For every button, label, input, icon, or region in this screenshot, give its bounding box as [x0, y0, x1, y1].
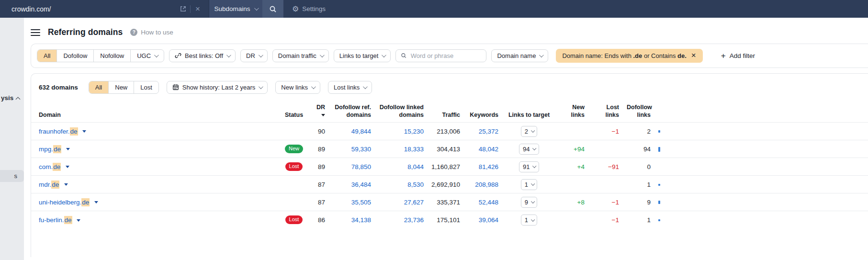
- dr-filter[interactable]: DR: [240, 49, 268, 62]
- links-to-target-select[interactable]: 2: [521, 126, 538, 137]
- dofollow-ref-link[interactable]: 35,505: [351, 199, 371, 206]
- col-links-to-target[interactable]: Links to target: [502, 99, 556, 123]
- target-url-field[interactable]: crowdin.com/ ×: [0, 0, 209, 18]
- links-to-target-filter[interactable]: Links to target: [334, 49, 391, 62]
- keywords-link[interactable]: 39,064: [479, 216, 498, 224]
- tab-all[interactable]: All: [89, 81, 108, 93]
- dofollow-linked-link[interactable]: 27,627: [404, 199, 424, 206]
- domain-dropdown-icon[interactable]: [77, 219, 80, 222]
- domain-traffic-filter[interactable]: Domain traffic: [272, 49, 329, 62]
- lost-links-selector[interactable]: Lost links: [328, 81, 372, 94]
- domain-link[interactable]: mpg.de: [39, 145, 61, 153]
- keywords-link[interactable]: 25,372: [479, 128, 498, 135]
- filters-bar: All Dofollow Nofollow UGC Best links: Of…: [31, 44, 868, 68]
- sidebar-item-fragment[interactable]: s: [0, 170, 24, 182]
- col-new-links[interactable]: New links: [556, 99, 588, 123]
- settings-button[interactable]: ⚙ Settings: [292, 0, 326, 18]
- col-dofollow-linked[interactable]: Dofollow linked domains: [375, 99, 428, 123]
- col-domain[interactable]: Domain: [31, 99, 280, 123]
- domain-cell: fraunhofer.de: [31, 123, 280, 140]
- dofollow-linked-link[interactable]: 23,736: [404, 216, 424, 224]
- links-to-target-select[interactable]: 1: [521, 179, 538, 190]
- domain-link[interactable]: com.de: [39, 163, 61, 171]
- traffic-cell: 213,006: [428, 123, 464, 140]
- status-cell: [280, 176, 308, 193]
- add-filter-button[interactable]: + Add filter: [721, 52, 755, 60]
- active-filter-chip[interactable]: Domain name: Ends with .de or Contains d…: [556, 49, 702, 63]
- search-submit-button[interactable]: [262, 0, 283, 18]
- sort-desc-icon: [321, 114, 325, 116]
- remove-filter-icon[interactable]: ×: [687, 51, 701, 60]
- show-history-selector[interactable]: Show history: Last 2 years: [167, 81, 268, 94]
- domain-link[interactable]: mdr.de: [39, 181, 59, 189]
- domain-dropdown-icon[interactable]: [94, 201, 98, 203]
- col-dofollow-ref[interactable]: Dofollow ref. domains: [329, 99, 375, 123]
- dofollow-ref-link[interactable]: 49,844: [351, 128, 371, 135]
- keywords-link[interactable]: 48,042: [479, 146, 498, 153]
- chevron-down-icon: [531, 200, 535, 203]
- best-links-filter[interactable]: Best links: Off: [169, 49, 236, 62]
- dofollow-linked-link[interactable]: 18,333: [404, 146, 424, 153]
- dofollow-links-bar: [658, 201, 660, 204]
- filter-all[interactable]: All: [37, 50, 56, 62]
- chevron-down-icon: [363, 84, 368, 89]
- keywords-link[interactable]: 52,448: [479, 199, 498, 206]
- dofollow-ref-link[interactable]: 34,138: [351, 216, 371, 224]
- domain-dropdown-icon[interactable]: [66, 148, 70, 150]
- col-dofollow-links[interactable]: Dofollow links: [623, 99, 654, 123]
- open-external-icon[interactable]: [177, 5, 189, 12]
- links-to-target-select[interactable]: 94: [519, 144, 539, 155]
- col-dr[interactable]: DR: [308, 99, 329, 123]
- menu-icon[interactable]: [31, 27, 40, 38]
- word-search-input[interactable]: [411, 52, 482, 59]
- domain-dropdown-icon[interactable]: [64, 183, 68, 186]
- filter-dofollow[interactable]: Dofollow: [56, 50, 93, 62]
- dofollow-linked-link[interactable]: 8,530: [407, 181, 424, 188]
- dofollow-ref-link[interactable]: 78,850: [351, 163, 371, 170]
- table-row: mpg.de New 89 59,330 18,333 304,413 48,0…: [31, 140, 868, 158]
- highlighted-match: de: [51, 181, 59, 189]
- domain-link[interactable]: fraunhofer.de: [39, 127, 78, 136]
- dofollow-links-bar: [658, 130, 660, 133]
- tab-new[interactable]: New: [108, 81, 134, 93]
- dofollow-ref-link[interactable]: 36,484: [351, 181, 371, 188]
- links-to-target-cell: 1: [502, 211, 556, 229]
- links-to-target-select[interactable]: 9: [521, 197, 538, 208]
- settings-label: Settings: [302, 5, 326, 12]
- domain-name-filter[interactable]: Domain name: [491, 49, 548, 62]
- lost-links-cell: −91: [588, 158, 623, 176]
- tab-lost[interactable]: Lost: [134, 81, 158, 93]
- links-to-target-select[interactable]: 91: [519, 161, 539, 172]
- col-traffic[interactable]: Traffic: [428, 99, 464, 123]
- new-links-selector[interactable]: New links: [275, 81, 320, 94]
- status-cell: New: [280, 140, 308, 158]
- dr-cell: 89: [308, 158, 329, 176]
- filter-ugc[interactable]: UGC: [130, 50, 164, 62]
- links-to-target-select[interactable]: 1: [521, 215, 538, 226]
- dofollow-linked-link[interactable]: 8,044: [407, 163, 424, 170]
- dofollow-linked-link[interactable]: 15,230: [404, 128, 424, 135]
- calendar-icon: [172, 84, 179, 90]
- clear-url-icon[interactable]: ×: [192, 4, 204, 14]
- bar-cell: [654, 140, 668, 158]
- domain-link[interactable]: fu-berlin.de: [39, 216, 72, 224]
- dr-cell: 87: [308, 193, 329, 211]
- how-to-use-link[interactable]: ? How to use: [130, 29, 173, 36]
- scope-selector[interactable]: Subdomains: [209, 0, 262, 18]
- domain-cell: uni-heidelberg.de: [31, 193, 280, 211]
- keywords-link[interactable]: 208,988: [475, 181, 498, 188]
- filter-nofollow[interactable]: Nofollow: [93, 50, 130, 62]
- domain-dropdown-icon[interactable]: [82, 130, 86, 133]
- domain-link[interactable]: uni-heidelberg.de: [39, 198, 90, 206]
- col-status[interactable]: Status: [280, 99, 308, 123]
- domain-dropdown-icon[interactable]: [66, 166, 69, 168]
- sidebar-section-fragment[interactable]: ysis: [0, 94, 24, 102]
- how-to-use-label: How to use: [141, 29, 173, 36]
- target-url-value[interactable]: crowdin.com/: [11, 5, 177, 13]
- dofollow-links-bar: [658, 147, 660, 152]
- dofollow-linked-cell: 8,530: [375, 176, 428, 193]
- col-lost-links[interactable]: Lost links: [588, 99, 623, 123]
- dofollow-ref-link[interactable]: 59,330: [351, 146, 371, 153]
- keywords-link[interactable]: 81,426: [479, 163, 498, 170]
- col-keywords[interactable]: Keywords: [464, 99, 502, 123]
